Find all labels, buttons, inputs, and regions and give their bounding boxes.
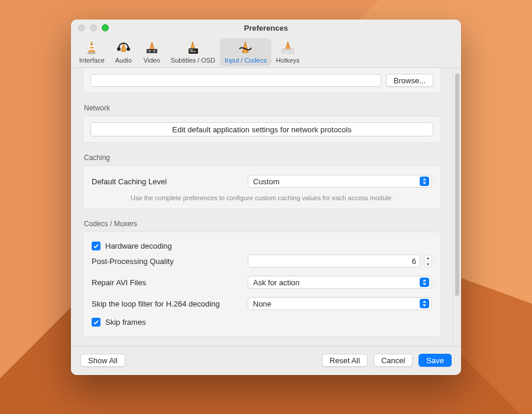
preferences-footer: Show All Reset All Cancel Save xyxy=(71,346,461,375)
caching-level-select[interactable]: Custom xyxy=(248,175,432,188)
svg-marker-16 xyxy=(286,42,290,50)
postproc-quality-label: Post-Processing Quality xyxy=(92,257,241,266)
stepper-down[interactable]: ▼ xyxy=(424,261,432,268)
svg-marker-25 xyxy=(423,279,426,282)
video-icon xyxy=(142,40,161,55)
button-label: Show All xyxy=(88,356,118,365)
button-label: Browse... xyxy=(394,76,426,85)
svg-rect-21 xyxy=(288,50,290,51)
window-title: Preferences xyxy=(71,24,461,32)
skip-loop-filter-label: Skip the loop filter for H.264 decoding xyxy=(92,299,241,308)
button-label: Cancel xyxy=(381,356,405,365)
browse-button[interactable]: Browse... xyxy=(386,74,433,87)
audio-icon xyxy=(114,40,133,55)
hardware-decoding-row: Hardware decoding xyxy=(92,239,432,253)
hardware-decoding-checkbox[interactable] xyxy=(92,242,100,250)
input-codecs-icon xyxy=(236,40,255,55)
svg-marker-26 xyxy=(423,283,426,286)
tab-label: Input / Codecs xyxy=(225,57,267,64)
window-titlebar: Preferences xyxy=(71,19,461,36)
show-all-button[interactable]: Show All xyxy=(80,354,125,367)
svg-marker-15 xyxy=(242,42,248,53)
postproc-quality-input[interactable]: 6 xyxy=(248,255,420,268)
preferences-toolbar: Interface Audio Video Subtitles / OSD In… xyxy=(71,36,461,68)
skip-frames-checkbox[interactable] xyxy=(92,318,100,327)
tab-label: Interface xyxy=(79,57,105,64)
caching-header: Caching xyxy=(84,154,441,162)
preferences-content: Browse... Network Edit default applicati… xyxy=(71,68,453,346)
scrollbar-thumb[interactable] xyxy=(455,73,459,296)
repair-avi-label: Repair AVI Files xyxy=(92,278,241,287)
caching-group: Default Caching Level Custom Use the com… xyxy=(83,165,441,209)
vertical-scrollbar[interactable] xyxy=(453,68,461,346)
preferences-window: Preferences Interface Audio Video Subti xyxy=(71,19,461,375)
tab-label: Hotkeys xyxy=(276,57,300,64)
select-value: Ask for action xyxy=(253,278,420,287)
svg-marker-7 xyxy=(150,42,154,50)
subtitles-icon xyxy=(183,40,202,55)
svg-rect-22 xyxy=(290,50,291,51)
interface-icon xyxy=(82,40,101,55)
postproc-quality-stepper[interactable]: ▲ ▼ xyxy=(424,255,432,268)
window-controls xyxy=(71,24,109,31)
reset-all-button[interactable]: Reset All xyxy=(322,354,368,367)
record-directory-group: Browse... xyxy=(83,68,441,93)
network-header: Network xyxy=(84,104,441,112)
codecs-group: Hardware decoding Post-Processing Qualit… xyxy=(83,232,441,337)
svg-marker-0 xyxy=(89,42,95,53)
network-group: Edit default application settings for ne… xyxy=(83,116,441,143)
svg-point-6 xyxy=(126,47,130,51)
svg-marker-23 xyxy=(423,178,426,181)
skip-loop-filter-select[interactable]: None xyxy=(248,297,432,310)
tab-audio[interactable]: Audio xyxy=(109,38,138,66)
tab-input-codecs[interactable]: Input / Codecs xyxy=(220,38,271,66)
svg-marker-28 xyxy=(423,305,426,307)
cancel-button[interactable]: Cancel xyxy=(374,354,413,367)
select-value: Custom xyxy=(253,177,420,186)
svg-marker-4 xyxy=(121,43,126,51)
input-value: 6 xyxy=(412,257,416,266)
repair-avi-select[interactable]: Ask for action xyxy=(248,276,432,289)
minimize-window-button[interactable] xyxy=(90,24,97,31)
checkbox-label: Skip frames xyxy=(105,318,146,327)
tab-interface[interactable]: Interface xyxy=(74,38,109,66)
zoom-window-button[interactable] xyxy=(102,24,109,31)
tab-hotkeys[interactable]: Hotkeys xyxy=(271,38,304,66)
tab-label: Audio xyxy=(115,57,132,64)
svg-rect-19 xyxy=(285,50,286,51)
svg-rect-1 xyxy=(89,45,95,47)
stepper-up[interactable]: ▲ xyxy=(424,255,432,261)
svg-rect-13 xyxy=(190,50,193,50)
codecs-header: Codecs / Muxers xyxy=(84,220,441,228)
edit-network-settings-button[interactable]: Edit default application settings for ne… xyxy=(90,122,433,136)
close-window-button[interactable] xyxy=(78,24,85,31)
button-label: Reset All xyxy=(330,356,360,365)
svg-rect-18 xyxy=(283,50,284,51)
svg-point-10 xyxy=(153,50,155,52)
svg-rect-20 xyxy=(287,50,288,51)
tab-subtitles[interactable]: Subtitles / OSD xyxy=(166,38,220,66)
svg-point-9 xyxy=(148,50,151,52)
svg-rect-14 xyxy=(190,51,196,52)
button-label: Edit default application settings for ne… xyxy=(172,125,352,134)
svg-point-3 xyxy=(87,52,96,54)
caching-hint: Use the complete preferences to configur… xyxy=(92,194,432,201)
select-arrows-icon xyxy=(420,299,429,308)
checkbox-label: Hardware decoding xyxy=(105,242,172,250)
svg-marker-24 xyxy=(423,182,426,185)
svg-rect-2 xyxy=(88,48,95,50)
tab-video[interactable]: Video xyxy=(138,38,166,66)
save-button[interactable]: Save xyxy=(419,354,452,367)
tab-label: Subtitles / OSD xyxy=(171,57,215,64)
svg-marker-27 xyxy=(423,301,426,303)
svg-point-5 xyxy=(117,47,121,51)
button-label: Save xyxy=(426,356,444,365)
select-arrows-icon xyxy=(420,278,429,287)
select-value: None xyxy=(253,299,420,308)
hotkeys-icon xyxy=(278,40,297,55)
skip-frames-row: Skip frames xyxy=(92,315,432,329)
select-arrows-icon xyxy=(420,177,429,186)
record-directory-field[interactable] xyxy=(90,74,381,87)
tab-label: Video xyxy=(144,57,160,64)
svg-rect-8 xyxy=(147,49,157,53)
